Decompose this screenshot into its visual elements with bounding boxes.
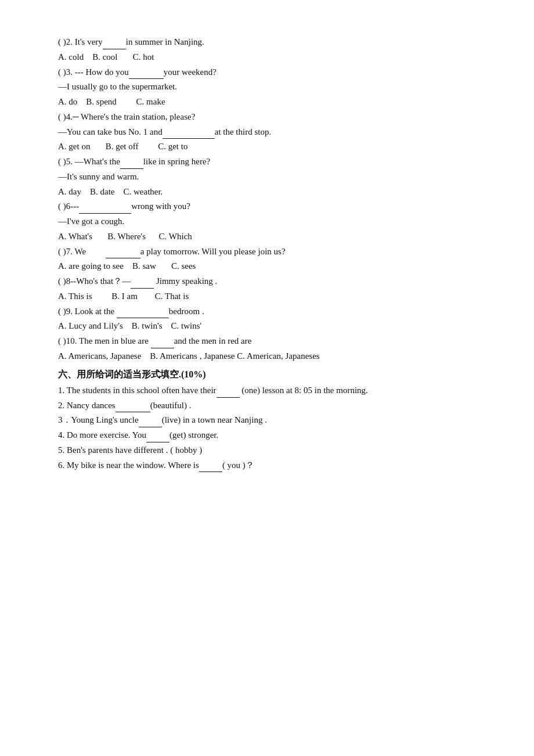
q10-text: ( )10. The men in blue are and the men i… [58,334,476,348]
q6-blank [79,213,131,214]
q7-options: A. are going to see B. saw C. sees [58,259,476,273]
q7-blank [106,258,140,258]
s6-blank4 [146,442,169,442]
s6-item2: 2. Nancy dances(beautiful) . [58,398,476,413]
q5-sub: —It's sunny and warm. [58,170,476,184]
q9-blank [117,318,169,318]
s6-item1: 1. The students in this school often hav… [58,383,476,398]
s6-blank6 [199,471,222,472]
q2-options: A. cold B. cool C. hot [58,50,476,64]
q6-options: A. What's B. Where's C. Which [58,229,476,244]
q2-text: ( )2. It's veryin summer in Nanjing. [58,35,476,49]
q9-options: A. Lucy and Lily's B. twin's C. twins' [58,319,476,333]
q3-options: A. do B. spend C. make [58,95,476,109]
q3-blank [129,78,164,79]
section6: 六、用所给词的适当形式填空.(10%) 1. The students in t… [58,367,476,473]
main-content: ( )2. It's veryin summer in Nanjing. A. … [58,35,476,472]
s6-blank2 [116,412,150,412]
s6-blank1 [217,397,240,398]
q6-text: ( )6---wrong with you? [58,199,476,214]
q5-blank [120,168,143,169]
q10-blank [151,348,174,348]
s6-blank3 [139,427,162,427]
s6-item5: 5. Ben's parents have different . ( hobb… [58,443,476,458]
q8-blank [131,288,154,289]
q9-text: ( )9. Look at the bedroom . [58,304,476,319]
q4-text: ( )4.─ Where's the train station, please… [58,110,476,124]
section6-header: 六、用所给词的适当形式填空.(10%) [58,367,476,382]
q5-options: A. day B. date C. weather. [58,185,476,199]
q2-blank [103,49,126,49]
q3-text: ( )3. --- How do youyour weekend? [58,65,476,80]
s6-item6: 6. My bike is near the window. Where is(… [58,458,476,473]
q5-text: ( )5. —What's thelike in spring here? [58,154,476,169]
q7-text: ( )7. We a play tomorrow. Will you pleas… [58,244,476,259]
q3-sub: —I usually go to the supermarket. [58,80,476,94]
q4-blank [163,138,215,139]
q6-sub: —I've got a cough. [58,214,476,229]
q8-options: A. This is B. I am C. That is [58,289,476,304]
s6-item4: 4. Do more exercise. You(get) stronger. [58,428,476,442]
q10-options: A. Americans, Japanese B. Americans , Ja… [58,349,476,363]
q4-options: A. get on B. get off C. get to [58,139,476,154]
q8-text: ( )8--Who's that？— Jimmy speaking . [58,274,476,289]
s6-item3: 3．Young Ling's uncle(live) in a town nea… [58,413,476,427]
q4-sub: —You can take bus No. 1 andat the third … [58,125,476,139]
